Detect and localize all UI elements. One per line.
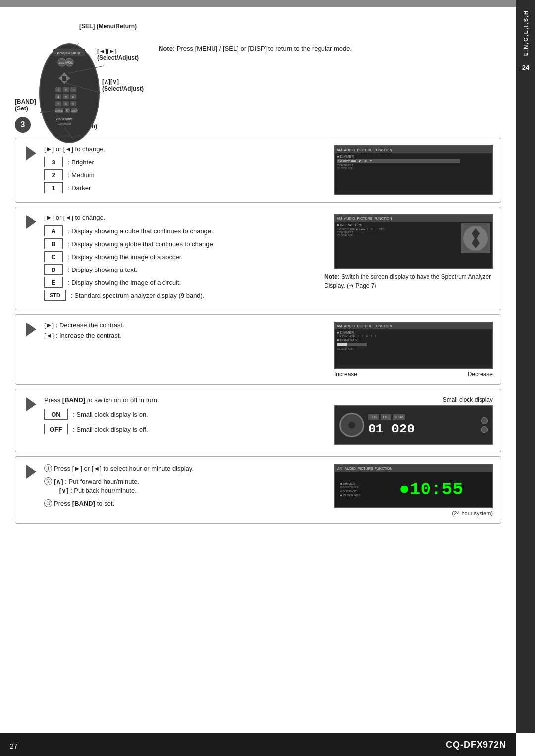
opt-box-STD: STD [44, 290, 66, 301]
option-label-3: : Brighter [68, 159, 94, 166]
brightness-screen: AM AUDIO PICTURE FUNCTION ■ DIMMER 0-0 P… [334, 145, 493, 195]
cd-icon [339, 413, 364, 437]
opt-box-C: C [44, 251, 63, 262]
small-icon-1 [481, 417, 488, 424]
opt-STD: STD : Standard spectrum analyzer display… [44, 290, 324, 301]
model-name: CQ-DFX972N [446, 740, 506, 750]
step-2: ② [∧] : Put forward hour/minute. [∨] : P… [44, 477, 324, 496]
icons-right [481, 417, 488, 433]
opt-label-ON: : Small clock display is on. [73, 411, 148, 418]
rem-label: REM [393, 414, 405, 420]
contrast-labels: Increase Decrease [334, 371, 493, 378]
panel4-instruction: Press [BAND] to switch on or off in turn… [44, 396, 324, 404]
option-row-2: 2 : Medium [44, 169, 324, 180]
panel-arrow-5 [23, 464, 39, 479]
tbl-label: TBL [381, 414, 391, 420]
small-icon-2 [481, 426, 488, 433]
svg-text:3: 3 [72, 88, 74, 92]
step-3-circle: 3 [15, 117, 31, 133]
sidebar-language: E,N,G,L,I,S,H [523, 10, 529, 56]
trk-label: TRK [368, 414, 379, 420]
svg-text:4: 4 [57, 95, 59, 99]
svg-text:2: 2 [65, 88, 67, 92]
panel5-right: AM AUDIO PICTURE FUNCTION ■ DIMMER 0-0 P… [324, 464, 493, 516]
opt-E: E : Display showing the image of a circu… [44, 277, 324, 288]
hsh-picture: PICTURE [358, 467, 373, 470]
hour-screen: AM AUDIO PICTURE FUNCTION ■ DIMMER 0-0 P… [334, 464, 493, 508]
svg-text:VOL: VOL [66, 61, 73, 64]
digits-row: 01 020 [368, 422, 477, 436]
steps-list: ① Press [►] or [◄] to select hour or min… [44, 464, 324, 508]
display-screen: AM AUDIO PICTURE FUNCTION ■ B-B PATTERN … [334, 214, 493, 269]
panel-arrow-1 [23, 145, 39, 160]
panel3-left: [►] : Decrease the contrast. [◄] : Incre… [39, 322, 324, 339]
panel-display: [►] or [◄] to change. A : Display showin… [15, 207, 501, 310]
panel-clock: Press [BAND] to switch on or off in turn… [15, 389, 501, 452]
opt-B: B : Display showing a globe that continu… [44, 238, 324, 249]
arrow-icon-3 [26, 323, 36, 336]
remote-svg: POWER MENU SEL VOL 1 2 3 4 [25, 29, 124, 148]
opt-box-OFF: OFF [44, 424, 68, 434]
opt-box-ON: ON [44, 409, 68, 420]
option-label-2: : Medium [68, 171, 94, 179]
clock-display-container: Small clock display TRK TBL REM [334, 396, 493, 445]
svg-text:7: 7 [57, 102, 59, 106]
panel-arrow-4 [23, 396, 39, 411]
panel-arrow-2 [23, 214, 39, 229]
svg-text:SEL: SEL [59, 61, 65, 64]
increase-label: Increase [334, 371, 357, 378]
main-content: [SEL] (Menu/Return) [◄][►](Select/Adjust… [0, 7, 516, 538]
opt-A: A : Display showing a cube that continue… [44, 225, 324, 236]
hsb-picture: 0-0 PICTURE [340, 486, 375, 489]
opt-box-E: E [44, 277, 63, 288]
step-num-3: ③ [44, 499, 52, 507]
panel-contrast: [►] : Decrease the contrast. [◄] : Incre… [15, 314, 501, 385]
time-area: TRK TBL REM 01 020 [368, 414, 477, 436]
svg-text:9: 9 [72, 102, 74, 106]
panel5-left: ① Press [►] or [◄] to select hour or min… [39, 464, 324, 511]
step-num-1: ① [44, 464, 52, 472]
right-sidebar: E,N,G,L,I,S,H 24 [516, 0, 535, 733]
hsh-function: FUNCTION [374, 467, 392, 470]
panel-brightness: [►] or [◄] to change. 3 : Brighter 2 : M… [15, 138, 501, 203]
big-time-display: ●10:55 [399, 480, 463, 500]
hsh-audio: AUDIO [345, 467, 356, 470]
hour-screen-time: ●10:55 [375, 480, 487, 500]
svg-text:Panasonic: Panasonic [56, 117, 73, 121]
opt-box-B: B [44, 238, 63, 249]
panel2-note: Note: Switch the screen display to have … [324, 272, 493, 290]
svg-text:BAND: BAND [55, 109, 64, 112]
remote-section: [SEL] (Menu/Return) [◄][►](Select/Adjust… [15, 14, 501, 133]
remote-note: Note: Press [MENU] / [SEL] or [DISP] to … [144, 14, 501, 54]
svg-text:5: 5 [65, 95, 67, 99]
panel3-line2: [◄] : Increase the contrast. [44, 332, 324, 339]
opt-label-A: : Display showing a cube that continues … [68, 227, 213, 235]
bottom-bar: 27 CQ-DFX972N [0, 733, 516, 756]
digit-020: 020 [391, 422, 415, 436]
step-1: ① Press [►] or [◄] to select hour or min… [44, 464, 324, 474]
panel4-left: Press [BAND] to switch on or off in turn… [39, 396, 324, 436]
opt-label-OFF: : Small clock display is off. [73, 426, 148, 433]
hour-screen-body: ■ DIMMER 0-0 PICTURE CONTRAST ■ CLOCK AD… [335, 472, 492, 507]
clock-display-label: Small clock display [443, 396, 493, 403]
hsb-dimmer: ■ DIMMER [340, 482, 375, 485]
opt-label-STD: : Standard spectrum analyzer display (9 … [71, 292, 205, 299]
hour-screen-left: ■ DIMMER 0-0 PICTURE CONTRAST ■ CLOCK AD… [340, 482, 375, 497]
opt-label-C: : Display showing the image of a soccer. [68, 253, 183, 261]
panel4-right: Small clock display TRK TBL REM [324, 396, 493, 445]
panel3-line1: [►] : Decrease the contrast. [44, 322, 324, 329]
svg-text:8: 8 [65, 102, 67, 106]
panel2-right: AM AUDIO PICTURE FUNCTION ■ B-B PATTERN … [324, 214, 493, 290]
hsb-clock: ■ CLOCK ADJ [340, 494, 375, 497]
panel2-instruction: [►] or [◄] to change. [44, 214, 324, 221]
hsb-contrast: CONTRAST [340, 490, 375, 493]
digit-01: 01 [368, 422, 383, 436]
opt-box-A: A [44, 225, 63, 236]
cd-hole [348, 422, 355, 429]
hsh-am: AM [337, 467, 343, 470]
top-labels-row: TRK TBL REM [368, 414, 477, 420]
decrease-label: Decrease [468, 371, 493, 378]
svg-text:DISP: DISP [71, 109, 78, 112]
opt-OFF: OFF : Small clock display is off. [44, 424, 324, 434]
option-box-3: 3 [44, 157, 63, 167]
